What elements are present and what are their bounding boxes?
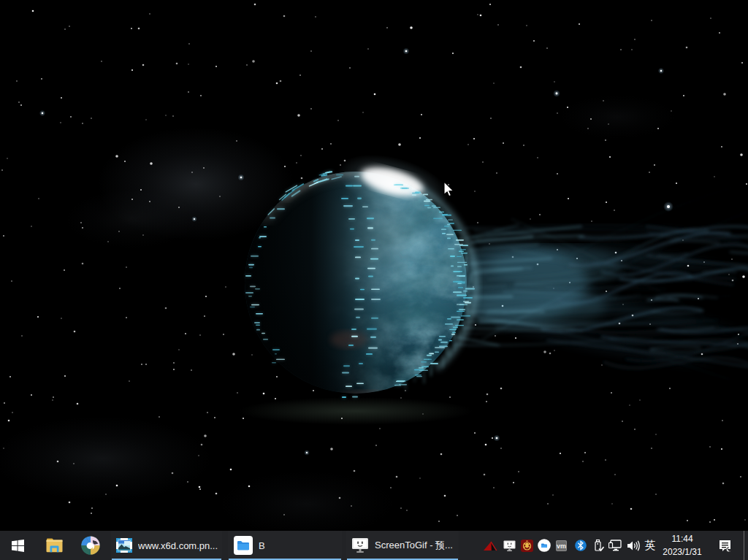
- svg-text:vm: vm: [556, 542, 565, 550]
